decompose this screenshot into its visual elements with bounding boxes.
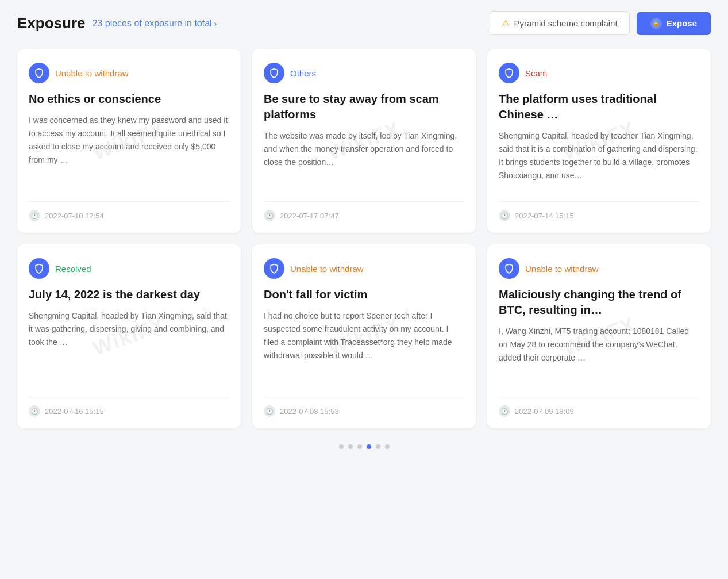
- card-body: The website was made by itself, led by T…: [264, 129, 464, 191]
- exposure-card[interactable]: WikiFX Unable to withdraw No ethics or c…: [17, 49, 241, 233]
- card-time: 2022-07-08 15:53: [280, 407, 339, 416]
- expose-button[interactable]: 🔒 Expose: [637, 12, 711, 35]
- card-body: I, Wang Xinzhi, MT5 trading account: 108…: [499, 325, 699, 386]
- pyramid-complaint-button[interactable]: ⚠ Pyramid scheme complaint: [490, 11, 630, 35]
- pagination: [17, 444, 711, 449]
- clock-icon: 🕐: [264, 405, 275, 417]
- tag-label: Unable to withdraw: [55, 68, 129, 78]
- tag-avatar: [499, 63, 519, 83]
- exposure-count[interactable]: 23 pieces of exposure in total ›: [93, 18, 217, 29]
- header-right: ⚠ Pyramid scheme complaint 🔒 Expose: [490, 11, 711, 35]
- clock-icon: 🕐: [29, 210, 40, 221]
- chevron-right-icon: ›: [214, 19, 217, 28]
- pagination-dot[interactable]: [357, 444, 362, 449]
- card-title: The platform uses traditional Chinese …: [499, 91, 699, 122]
- card-body: Shengming Capital, headed by teacher Tia…: [499, 129, 699, 191]
- card-footer: 🕐 2022-07-16 15:15: [29, 397, 229, 417]
- exposure-card[interactable]: WikiFX Resolved July 14, 2022 is the dar…: [17, 244, 241, 428]
- tag-avatar: [29, 63, 49, 83]
- clock-icon: 🕐: [264, 210, 275, 221]
- card-title: Be sure to stay away from scam platforms: [264, 91, 464, 122]
- card-body: I was concerned as they knew my password…: [29, 114, 229, 191]
- tag-row: Unable to withdraw: [29, 63, 229, 83]
- exposure-card[interactable]: WikiFX Others Be sure to stay away from …: [252, 49, 476, 233]
- cards-grid: WikiFX Unable to withdraw No ethics or c…: [17, 49, 711, 428]
- shield-icon: [503, 67, 515, 79]
- tag-label: Resolved: [55, 264, 91, 274]
- clock-icon: 🕐: [499, 210, 510, 221]
- card-body: Shengming Capital, headed by Tian Xingmi…: [29, 309, 229, 386]
- tag-avatar: [264, 63, 284, 83]
- page-header: Exposure 23 pieces of exposure in total …: [17, 11, 711, 35]
- tag-avatar: [264, 258, 284, 279]
- exposure-card[interactable]: WikiFX Unable to withdraw Maliciously ch…: [487, 244, 711, 428]
- tag-avatar: [499, 258, 519, 279]
- card-title: Maliciously changing the trend of BTC, r…: [499, 287, 699, 318]
- tag-label: Others: [290, 68, 316, 78]
- card-title: Don't fall for victim: [264, 287, 464, 302]
- tag-label: Scam: [525, 68, 547, 78]
- shield-icon: [503, 263, 515, 274]
- header-left: Exposure 23 pieces of exposure in total …: [17, 14, 217, 32]
- shield-icon: [268, 263, 280, 274]
- pagination-dot[interactable]: [385, 444, 390, 449]
- card-footer: 🕐 2022-07-14 15:15: [499, 201, 699, 221]
- card-footer: 🕐 2022-07-10 12:54: [29, 201, 229, 221]
- card-time: 2022-07-16 15:15: [45, 407, 104, 416]
- exposure-card[interactable]: WikiFX Scam The platform uses traditiona…: [487, 49, 711, 233]
- tag-row: Scam: [499, 63, 699, 83]
- pagination-dot[interactable]: [339, 444, 344, 449]
- pagination-dot[interactable]: [376, 444, 380, 449]
- tag-row: Unable to withdraw: [264, 258, 464, 279]
- shield-icon: [33, 67, 45, 79]
- card-time: 2022-07-09 18:09: [515, 407, 574, 416]
- clock-icon: 🕐: [29, 405, 40, 417]
- card-time: 2022-07-14 15:15: [515, 212, 574, 220]
- tag-row: Others: [264, 63, 464, 83]
- lock-icon: 🔒: [650, 18, 662, 29]
- pagination-dot[interactable]: [367, 444, 371, 449]
- tag-label: Unable to withdraw: [525, 264, 599, 274]
- card-footer: 🕐 2022-07-17 07:47: [264, 201, 464, 221]
- tag-avatar: [29, 258, 49, 279]
- exposure-card[interactable]: WikiFX Unable to withdraw Don't fall for…: [252, 244, 476, 428]
- page-title: Exposure: [17, 14, 86, 32]
- warning-icon: ⚠: [502, 18, 510, 29]
- card-time: 2022-07-17 07:47: [280, 212, 339, 220]
- card-time: 2022-07-10 12:54: [45, 212, 104, 220]
- tag-label: Unable to withdraw: [290, 264, 364, 274]
- card-title: July 14, 2022 is the darkest day: [29, 287, 229, 302]
- card-body: I had no choice but to report Seener tec…: [264, 309, 464, 386]
- pagination-dot[interactable]: [348, 444, 353, 449]
- card-title: No ethics or conscience: [29, 91, 229, 107]
- clock-icon: 🕐: [499, 405, 510, 417]
- card-footer: 🕐 2022-07-09 18:09: [499, 397, 699, 417]
- shield-icon: [268, 67, 280, 79]
- tag-row: Unable to withdraw: [499, 258, 699, 279]
- card-footer: 🕐 2022-07-08 15:53: [264, 397, 464, 417]
- tag-row: Resolved: [29, 258, 229, 279]
- shield-icon: [33, 263, 45, 274]
